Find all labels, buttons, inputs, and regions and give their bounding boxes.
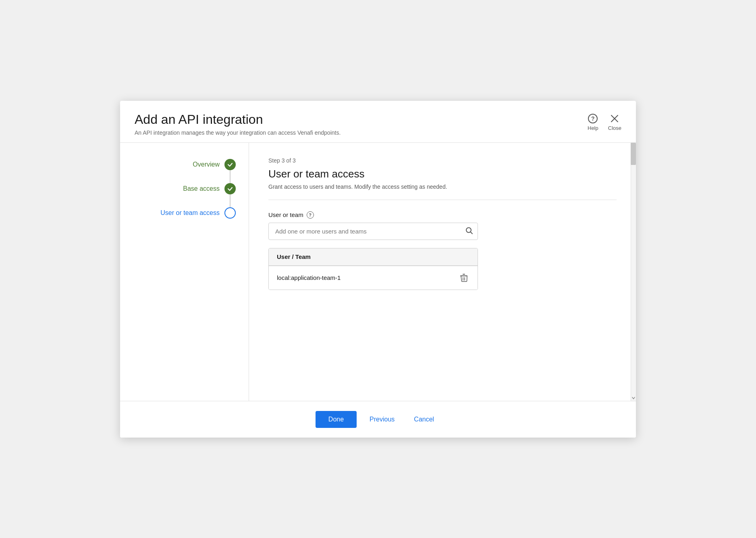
close-button[interactable]: Close: [608, 114, 621, 131]
table-row: local:application-team-1: [269, 266, 478, 290]
svg-rect-5: [463, 274, 465, 275]
svg-rect-4: [460, 275, 467, 276]
delete-row-button[interactable]: [458, 272, 469, 284]
sidebar: Overview Base access: [120, 143, 249, 401]
modal-title: Add an API integration: [135, 112, 341, 127]
sidebar-item-overview: Overview: [120, 159, 249, 170]
sidebar-item-base-access: Base access: [120, 183, 249, 194]
info-icon: ?: [307, 211, 314, 219]
scrollbar-track: [631, 143, 636, 401]
search-input[interactable]: [268, 223, 478, 240]
done-button[interactable]: Done: [316, 411, 357, 428]
table-header-text: User / Team: [277, 253, 311, 260]
section-title: User or team access: [268, 168, 617, 180]
table-header: User / Team: [269, 248, 478, 266]
step-overview-icon: [224, 159, 236, 170]
search-icon: [465, 227, 473, 235]
user-team-table: User / Team local:application-team-1: [268, 248, 478, 290]
close-label: Close: [608, 125, 621, 131]
modal-header: Add an API integration An API integratio…: [120, 101, 636, 143]
step-overview-label: Overview: [193, 161, 220, 168]
field-label-text: User or team: [268, 211, 303, 218]
modal-footer: Done Previous Cancel: [120, 401, 636, 438]
step-base-icon: [224, 183, 236, 194]
team-name-cell: local:application-team-1: [277, 274, 341, 281]
svg-line-3: [471, 232, 473, 234]
step-user-team-label: User or team access: [160, 209, 220, 217]
trash-icon: [460, 273, 468, 282]
title-block: Add an API integration An API integratio…: [135, 112, 341, 136]
step-indicator: Step 3 of 3: [268, 157, 617, 164]
search-input-wrapper: [268, 223, 478, 240]
help-icon: ?: [588, 114, 598, 123]
section-desc: Grant access to users and teams. Modify …: [268, 184, 617, 190]
scrollbar-thumb[interactable]: [631, 143, 636, 165]
step-base-label: Base access: [183, 185, 220, 192]
modal-subtitle: An API integration manages the way your …: [135, 129, 341, 136]
scroll-down-arrow[interactable]: [631, 396, 636, 401]
step-user-team-icon: [224, 207, 236, 219]
close-icon: [610, 114, 619, 123]
search-button[interactable]: [465, 227, 473, 236]
previous-button[interactable]: Previous: [363, 411, 401, 428]
header-actions: ? Help Close: [588, 112, 621, 131]
sidebar-item-user-team-access: User or team access: [120, 207, 249, 219]
cancel-button[interactable]: Cancel: [407, 411, 440, 428]
help-button[interactable]: ? Help: [588, 114, 598, 131]
main-content: Step 3 of 3 User or team access Grant ac…: [249, 143, 636, 401]
modal-body: Overview Base access: [120, 143, 636, 401]
field-label: User or team ?: [268, 211, 617, 219]
help-label: Help: [588, 125, 598, 131]
modal: Add an API integration An API integratio…: [120, 101, 636, 438]
section-divider: [268, 200, 617, 200]
